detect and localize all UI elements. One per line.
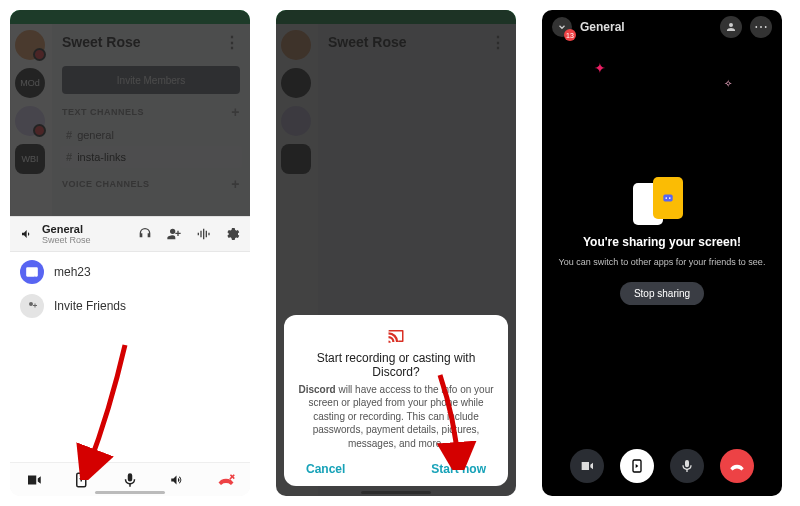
call-controls: [542, 438, 782, 493]
voice-server-name: Sweet Rose: [42, 235, 91, 245]
stop-sharing-button[interactable]: Stop sharing: [620, 282, 704, 305]
invite-friends-row[interactable]: Invite Friends: [20, 294, 240, 318]
cast-icon: [387, 327, 405, 345]
notification-badge: 13: [564, 29, 576, 41]
screenshare-status: ✦ ✧ You're sharing your screen! You can …: [542, 44, 782, 438]
avatar: [20, 260, 44, 284]
screenshot-1: MOd WBI Sweet Rose ⋮ Invite Members TEXT…: [10, 10, 250, 496]
voice-channel-name: General: [42, 223, 91, 235]
video-button[interactable]: [24, 470, 44, 490]
svg-rect-1: [663, 194, 672, 201]
volume-icon: [20, 226, 36, 242]
server-panel-dimmed: MOd WBI Sweet Rose ⋮ Invite Members TEXT…: [10, 10, 250, 216]
screenshare-active-button[interactable]: [620, 449, 654, 483]
home-indicator: [95, 491, 165, 494]
add-user-icon[interactable]: [166, 226, 182, 242]
svg-point-3: [669, 197, 671, 199]
sharing-heading: You're sharing your screen!: [583, 235, 741, 249]
screenshot-2: Sweet Rose⋮ Start recording or casting w…: [276, 10, 516, 496]
hangup-button[interactable]: [720, 449, 754, 483]
video-button[interactable]: [570, 449, 604, 483]
screenshot-3: 13 General ⋯ ✦ ✧ You're sharing your scr…: [542, 10, 782, 496]
more-button[interactable]: ⋯: [750, 16, 772, 38]
tutorial-arrow: [70, 340, 140, 480]
invite-friends-label: Invite Friends: [54, 299, 126, 313]
discord-icon: [25, 265, 39, 279]
voice-connected-bar[interactable]: General Sweet Rose: [10, 216, 250, 252]
participant-row[interactable]: meh23: [20, 260, 240, 284]
gear-icon[interactable]: [224, 226, 240, 242]
minimize-button[interactable]: 13: [552, 17, 572, 37]
sparkle-icon: ✦: [594, 60, 606, 76]
call-header: 13 General ⋯: [542, 10, 782, 44]
add-user-icon: [26, 300, 38, 312]
dim-overlay: [10, 10, 250, 216]
screenshare-illustration: [627, 177, 697, 227]
speaker-button[interactable]: [168, 470, 188, 490]
headphones-icon[interactable]: [137, 226, 153, 242]
cancel-button[interactable]: Cancel: [306, 462, 345, 476]
members-button[interactable]: [720, 16, 742, 38]
mic-button[interactable]: [670, 449, 704, 483]
discord-icon: [661, 191, 675, 205]
sharing-subtext: You can switch to other apps for your fr…: [559, 257, 766, 269]
avatar: [20, 294, 44, 318]
call-title: General: [580, 20, 625, 34]
noise-suppression-icon[interactable]: [195, 226, 211, 242]
sparkle-icon: ✧: [724, 78, 732, 89]
participant-name: meh23: [54, 265, 91, 279]
svg-point-2: [665, 197, 667, 199]
tutorial-arrow: [420, 370, 480, 470]
disconnect-button[interactable]: [216, 470, 236, 490]
